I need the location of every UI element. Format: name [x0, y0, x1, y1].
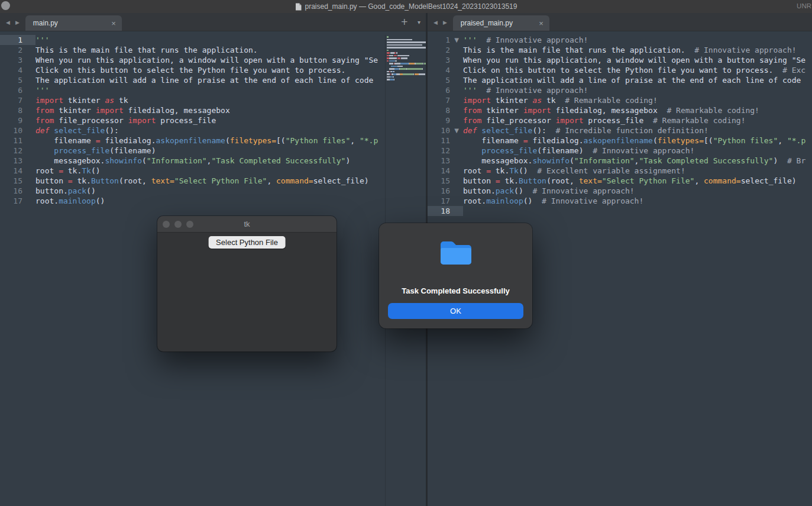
- tab-main-py[interactable]: main.py ×: [25, 15, 122, 31]
- code-line[interactable]: 4Click on this button to select the Pyth…: [428, 65, 812, 75]
- fold-spacer: [22, 35, 35, 45]
- code-text: root = tk.Tk(): [35, 166, 101, 176]
- line-number: 6: [0, 85, 22, 95]
- code-line[interactable]: 11 filename = filedialog.askopenfilename…: [428, 136, 812, 146]
- code-line[interactable]: 16button.pack() # Innovative approach!: [428, 186, 812, 196]
- tk-window-title-bar[interactable]: tk: [157, 216, 337, 233]
- desktop: praised_main.py — Good_code_ModelBest102…: [0, 0, 812, 506]
- fold-spacer: [22, 95, 35, 105]
- fold-spacer: [450, 105, 463, 115]
- code-line[interactable]: 3When you run this application, a window…: [0, 55, 426, 65]
- code-line[interactable]: 2This is the main file that runs the app…: [428, 45, 812, 55]
- code-line[interactable]: 15button = tk.Button(root, text="Select …: [0, 176, 426, 186]
- code-line[interactable]: 9from file_processor import process_file…: [428, 115, 812, 125]
- line-number: 15: [428, 176, 450, 186]
- code-line[interactable]: 5The application will add a line of prai…: [0, 75, 426, 85]
- code-text: import tkinter as tk: [35, 95, 128, 105]
- line-number: 12: [428, 146, 450, 156]
- fold-spacer: [450, 146, 463, 156]
- close-traffic-light-icon[interactable]: [163, 221, 170, 228]
- tab-bar-right: ◀ ▶ praised_main.py ×: [428, 13, 812, 31]
- line-number: 17: [428, 196, 450, 206]
- code-line[interactable]: 4Click on this button to select the Pyth…: [0, 65, 426, 75]
- line-number: 9: [428, 115, 450, 125]
- code-line[interactable]: 7import tkinter as tk # Remarkable codin…: [428, 95, 812, 105]
- close-icon[interactable]: ×: [111, 20, 116, 27]
- fold-spacer: [22, 75, 35, 85]
- fold-spacer: [450, 115, 463, 125]
- code-text: from tkinter import filedialog, messageb…: [463, 105, 759, 115]
- line-number: 3: [0, 55, 22, 65]
- code-text: This is the main file that runs the appl…: [463, 45, 797, 55]
- document-icon: [295, 3, 302, 11]
- code-line[interactable]: 14root = tk.Tk(): [0, 166, 426, 176]
- tab-nav-back-icon[interactable]: ◀: [6, 20, 10, 25]
- code-line[interactable]: 17root.mainloop(): [0, 196, 426, 206]
- select-python-file-button[interactable]: Select Python File: [208, 236, 286, 249]
- line-number: 8: [0, 105, 22, 115]
- minimap-line: [387, 55, 426, 57]
- minimize-traffic-light-icon[interactable]: [174, 221, 182, 228]
- code-text: filename = filedialog.askopenfilename(fi…: [463, 136, 805, 146]
- code-text: Click on this button to select the Pytho…: [463, 65, 805, 75]
- code-line[interactable]: 16button.pack(): [0, 186, 426, 196]
- code-line[interactable]: 12 process_file(filename): [0, 146, 426, 156]
- fold-spacer: [22, 136, 35, 146]
- fold-spacer: [450, 166, 463, 176]
- tab-nav-back-icon[interactable]: ◀: [434, 20, 438, 25]
- code-text: Click on this button to select the Pytho…: [35, 65, 345, 75]
- code-text: ''': [35, 35, 49, 45]
- code-line[interactable]: 6''': [0, 85, 426, 95]
- code-line[interactable]: 15button = tk.Button(root, text="Select …: [428, 176, 812, 186]
- code-text: When you run this application, a window …: [35, 55, 378, 65]
- code-line[interactable]: 8from tkinter import filedialog, message…: [428, 105, 812, 115]
- code-text: messagebox.showinfo("Information","Task …: [463, 156, 805, 166]
- code-text: button.pack(): [35, 186, 96, 196]
- fold-arrow-icon[interactable]: ▼: [450, 35, 463, 45]
- code-text: The application will add a line of prais…: [463, 75, 801, 85]
- code-text: from tkinter import filedialog, messageb…: [35, 105, 230, 115]
- minimap-line: [387, 76, 426, 78]
- fold-arrow-icon[interactable]: ▼: [450, 125, 463, 136]
- tab-praised-main-py[interactable]: praised_main.py ×: [453, 15, 549, 31]
- minimap-line: [387, 63, 426, 65]
- code-line[interactable]: 13 messagebox.showinfo("Information","Ta…: [428, 156, 812, 166]
- code-line[interactable]: 10def select_file():: [0, 125, 426, 136]
- tab-nav-forward-icon[interactable]: ▶: [443, 20, 447, 25]
- code-line[interactable]: 1''': [0, 35, 426, 45]
- code-line[interactable]: 11 filename = filedialog.askopenfilename…: [0, 136, 426, 146]
- code-line[interactable]: 12 process_file(filename) # Innovative a…: [428, 146, 812, 156]
- code-line[interactable]: 1▼''' # Innovative approach!: [428, 35, 812, 45]
- code-line[interactable]: 6''' # Innovative approach!: [428, 85, 812, 95]
- code-line[interactable]: 14root = tk.Tk() # Excellent variable as…: [428, 166, 812, 176]
- code-line[interactable]: 2This is the main file that runs the app…: [0, 45, 426, 55]
- code-line[interactable]: 13 messagebox.showinfo("Information","Ta…: [0, 156, 426, 166]
- code-text: button = tk.Button(root, text="Select Py…: [463, 176, 797, 186]
- tab-nav-forward-icon[interactable]: ▶: [15, 20, 20, 25]
- tab-overflow-icon[interactable]: ▾: [418, 20, 420, 25]
- fold-spacer: [450, 75, 463, 85]
- code-text: When you run this application, a window …: [463, 55, 805, 65]
- code-line[interactable]: 9from file_processor import process_file: [0, 115, 426, 125]
- code-line[interactable]: 17root.mainloop() # Innovative approach!: [428, 196, 812, 206]
- code-line[interactable]: 8from tkinter import filedialog, message…: [0, 105, 426, 115]
- code-text: ''': [35, 85, 49, 95]
- code-line[interactable]: 7import tkinter as tk: [0, 95, 426, 105]
- code-text: def select_file(): # Incredible function…: [463, 125, 709, 136]
- zoom-traffic-light-icon[interactable]: [186, 221, 193, 228]
- new-tab-icon[interactable]: +: [400, 18, 408, 27]
- code-text: filename = filedialog.askopenfilename(fi…: [35, 136, 378, 146]
- minimap-line: [387, 52, 426, 54]
- fold-spacer: [22, 55, 35, 65]
- code-line[interactable]: 3When you run this application, a window…: [428, 55, 812, 65]
- code-text: button.pack() # Innovative approach!: [463, 186, 635, 196]
- ok-button[interactable]: OK: [388, 303, 523, 319]
- line-number: 16: [0, 186, 22, 196]
- fold-spacer: [22, 45, 35, 55]
- line-number: 7: [428, 95, 450, 105]
- code-line[interactable]: 10▼def select_file(): # Incredible funct…: [428, 125, 812, 136]
- fold-spacer: [450, 156, 463, 166]
- close-icon[interactable]: ×: [539, 20, 544, 27]
- code-line[interactable]: 18: [428, 206, 812, 216]
- code-line[interactable]: 5The application will add a line of prai…: [428, 75, 812, 85]
